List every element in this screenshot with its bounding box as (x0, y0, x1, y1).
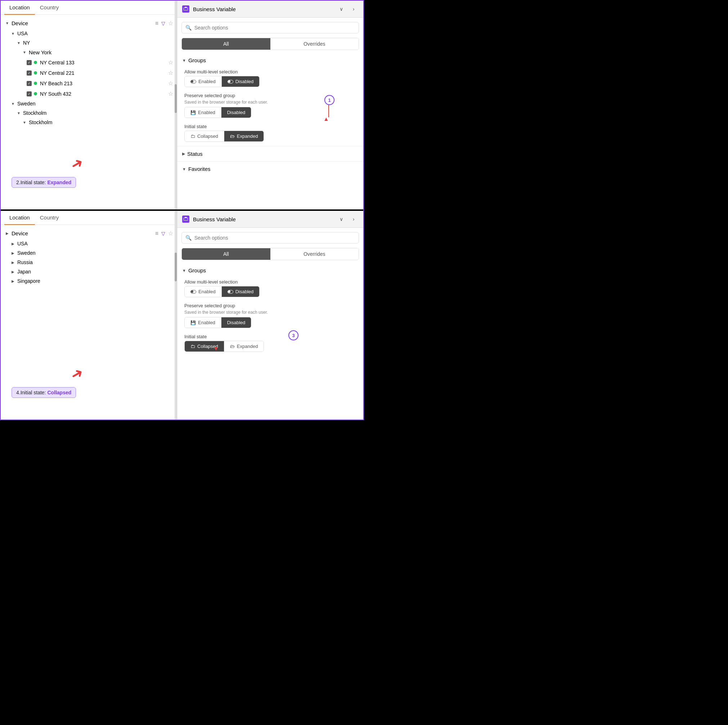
ny-beach-213-row[interactable]: NY Beach 213 ☆ (1, 78, 177, 89)
tab-country-bottom[interactable]: Country (35, 211, 64, 225)
newyork-row-top[interactable]: ▼ New York (1, 47, 177, 57)
preserve-disabled-bottom[interactable]: Disabled (222, 317, 251, 328)
groups-section-top[interactable]: ▼ Groups (177, 54, 363, 66)
bv-down-btn-top[interactable]: ∨ (336, 4, 346, 14)
arrow-bottom-left: ➜ (68, 363, 86, 384)
bv-right-btn-bottom[interactable]: › (349, 214, 358, 224)
star-ny-south-432[interactable]: ☆ (168, 90, 173, 97)
search-box-bottom[interactable]: 🔍 (182, 232, 359, 244)
device-row-bottom[interactable]: ▶ Device ≡ ▽ ☆ (1, 228, 177, 239)
sweden-label-top: Sweden (17, 101, 173, 107)
russia-row-bottom[interactable]: ▶ Russia (1, 258, 177, 267)
ny-south-432-label: NY South 432 (40, 91, 168, 97)
favorites-section-top[interactable]: ▼ Favorites (177, 163, 363, 175)
multilevel-disabled-bottom[interactable]: Disabled (222, 286, 260, 297)
search-box-top[interactable]: 🔍 (182, 22, 359, 34)
preserve-disabled-top[interactable]: Disabled (222, 107, 251, 118)
ny-central-221-row[interactable]: NY Central 221 ☆ (1, 68, 177, 78)
bv-right-btn-top[interactable]: › (349, 4, 358, 14)
top-left-tree: ▼ Device ≡ ▽ ☆ ▼ USA ▼ NY (1, 15, 177, 130)
singapore-row-bottom[interactable]: ▶ Singapore (1, 276, 177, 286)
overrides-btn-top[interactable]: Overrides (271, 38, 359, 50)
preserve-enabled-top[interactable]: 💾 Enabled (185, 107, 222, 118)
groups-section-bottom[interactable]: ▼ Groups (177, 264, 363, 276)
ny-central-133-row[interactable]: NY Central 133 ☆ (1, 57, 177, 68)
preserve-toggle-bottom: 💾 Enabled Disabled (184, 317, 251, 328)
scrollbar-bottom-left[interactable] (174, 211, 177, 420)
star-icon-device-top[interactable]: ☆ (168, 20, 173, 27)
star-ny-central-221[interactable]: ☆ (168, 69, 173, 76)
bv-down-btn-bottom[interactable]: ∨ (336, 214, 346, 224)
initial-state-label-top: Initial state (184, 124, 356, 129)
multilevel-enabled-top[interactable]: Enabled (185, 76, 222, 87)
tab-location-bottom[interactable]: Location (4, 211, 35, 225)
search-input-top[interactable] (194, 25, 355, 31)
stockholm-city-chevron: ▼ (21, 119, 28, 125)
usa-chevron-bottom: ▶ (10, 241, 16, 246)
scrollbar-top-left[interactable] (174, 1, 177, 209)
initial-state-label-bottom: Initial state (184, 334, 356, 339)
bottom-left-tree: ▶ Device ≡ ▽ ☆ ▶ USA ▶ Sweden (1, 225, 177, 288)
stockholm-city-row[interactable]: ▼ Stockholm (1, 118, 177, 127)
all-btn-top[interactable]: All (182, 38, 271, 50)
initial-state-bottom: Initial state 3 ▼ 🗀 Collapsed 🗁 (177, 331, 363, 355)
tab-country-top[interactable]: Country (35, 1, 64, 15)
device-chevron-bottom: ▶ (4, 230, 10, 237)
bv-icon-top (182, 5, 190, 12)
top-right-panel: Business Variable ∨ › 🔍 All Overrides ▼ … (177, 1, 363, 209)
multilevel-enabled-label-bottom: Enabled (198, 289, 216, 294)
collapsed-btn-top[interactable]: 🗀 Collapsed (185, 131, 224, 141)
ny-label-top: NY (23, 40, 173, 46)
groups-chevron-top: ▼ (182, 58, 186, 63)
checkbox-ny-beach-213[interactable] (27, 81, 32, 86)
search-icon-bottom: 🔍 (185, 235, 191, 241)
usa-row-top[interactable]: ▼ USA (1, 29, 177, 38)
usa-row-bottom[interactable]: ▶ USA (1, 239, 177, 248)
all-overrides-toggle-bottom: All Overrides (182, 248, 359, 260)
star-ny-central-133[interactable]: ☆ (168, 59, 173, 66)
japan-label-bottom: Japan (17, 269, 173, 275)
multilevel-enabled-icon-bottom (190, 290, 196, 294)
search-input-bottom[interactable] (194, 235, 355, 241)
stockholm-region-row[interactable]: ▼ Stockholm (1, 108, 177, 118)
usa-label-bottom: USA (17, 241, 173, 246)
all-btn-bottom[interactable]: All (182, 248, 271, 260)
bv-title-top: Business Variable (193, 6, 333, 12)
multilevel-enabled-bottom[interactable]: Enabled (185, 286, 222, 297)
ny-central-133-label: NY Central 133 (40, 60, 168, 66)
initial-state-toggle-bottom: 🗀 Collapsed 🗁 Expanded (184, 341, 264, 352)
multilevel-disabled-top[interactable]: Disabled (222, 76, 260, 87)
bv-icon-inner-bottom (184, 218, 188, 221)
top-left-panel: Location Country ▼ Device ≡ ▽ ☆ ▼ (1, 1, 177, 209)
sweden-row-top[interactable]: ▼ Sweden (1, 99, 177, 108)
bottom-left-tabs: Location Country (1, 211, 177, 225)
num-badge-1: 1 (324, 95, 335, 105)
expanded-label-bottom: Expanded (237, 343, 258, 349)
japan-row-bottom[interactable]: ▶ Japan (1, 267, 177, 276)
expanded-btn-bottom[interactable]: 🗁 Expanded (224, 341, 264, 351)
filter-icon-top: ▽ (161, 20, 165, 26)
tab-location-top[interactable]: Location (4, 1, 35, 15)
expanded-label-top: Expanded (237, 133, 258, 139)
star-icon-device-bottom[interactable]: ☆ (168, 230, 173, 237)
expanded-btn-top[interactable]: 🗁 Expanded (224, 131, 264, 141)
ny-row-top[interactable]: ▼ NY (1, 38, 177, 47)
checkbox-ny-south-432[interactable] (27, 92, 32, 96)
checkbox-ny-central-221[interactable] (27, 70, 32, 76)
preserve-enabled-bottom[interactable]: 💾 Enabled (185, 317, 222, 328)
sweden-row-bottom[interactable]: ▶ Sweden (1, 248, 177, 258)
multilevel-enabled-label-top: Enabled (198, 79, 216, 84)
device-chevron-top: ▼ (4, 20, 10, 26)
checkbox-ny-central-133[interactable] (27, 60, 32, 65)
multilevel-label-bottom: Allow multi-level selection (184, 279, 356, 285)
japan-chevron-bottom: ▶ (10, 269, 16, 275)
ny-south-432-row[interactable]: NY South 432 ☆ (1, 89, 177, 99)
status-section-top[interactable]: ▶ Status (177, 148, 363, 160)
ny-south-432-check (27, 92, 37, 96)
overrides-btn-bottom[interactable]: Overrides (271, 248, 359, 260)
star-ny-beach-213[interactable]: ☆ (168, 80, 173, 87)
collapsed-label-top: Collapsed (197, 133, 218, 139)
usa-chevron-top: ▼ (10, 31, 16, 36)
initial-state-toggle-top: 🗀 Collapsed 🗁 Expanded (184, 131, 264, 142)
device-row-top[interactable]: ▼ Device ≡ ▽ ☆ (1, 18, 177, 29)
